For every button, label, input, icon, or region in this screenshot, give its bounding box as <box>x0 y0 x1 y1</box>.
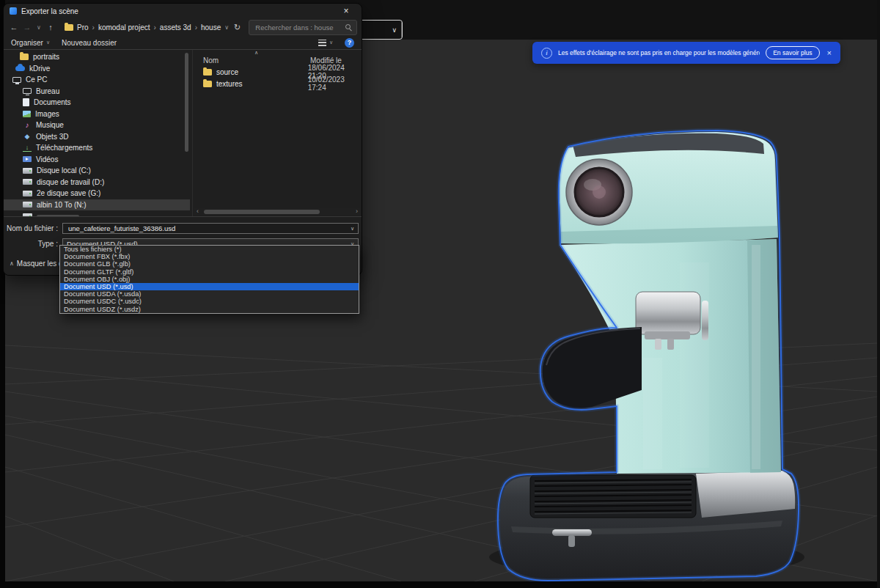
sidebar-item[interactable]: portraits <box>4 51 190 63</box>
filetype-option[interactable]: Document USDA (*.usda) <box>60 290 359 298</box>
sidebar-item[interactable]: Documents <box>4 97 190 109</box>
download-icon: ↓ <box>23 144 32 152</box>
dialog-toolbar: Organiser ∨ Nouveau dossier ∨ ? <box>4 36 362 49</box>
chevron-down-icon: ∨ <box>329 40 333 45</box>
dialog-close-button[interactable]: × <box>337 6 356 16</box>
filetype-option[interactable]: Document USDZ (*.usdz) <box>60 306 359 313</box>
sidebar-item[interactable]: ◆Objets 3D <box>4 131 190 143</box>
sidebar-item-label: kDrive <box>29 65 50 73</box>
new-folder-button[interactable]: Nouveau dossier <box>62 39 117 47</box>
drive-icon <box>23 202 32 207</box>
folder-icon <box>203 69 212 76</box>
filetype-option[interactable]: Document OBJ (*.obj) <box>60 276 359 283</box>
forward-button[interactable]: → <box>21 23 33 32</box>
sidebar-scrollbar-thumb[interactable] <box>185 53 188 152</box>
sidebar-item[interactable]: Images <box>4 109 190 120</box>
filetype-option[interactable]: Document FBX (*.fbx) <box>60 253 359 260</box>
breadcrumb-separator: › <box>154 23 156 32</box>
sidebar-item-label: disque de travail (D:) <box>37 178 104 186</box>
filetype-option[interactable]: Document GLTF (*.gltf) <box>60 268 359 276</box>
sidebar-item-label: Disque local (C:) <box>37 166 91 174</box>
sidebar-item-label: Ce PC <box>26 76 47 84</box>
sidebar-item[interactable]: 2e disque save (G:) <box>4 188 190 199</box>
back-button[interactable]: ← <box>8 23 20 32</box>
drive-icon <box>23 191 32 196</box>
sidebar-item-partial[interactable] <box>4 210 190 216</box>
search-icon <box>345 24 352 31</box>
image-icon <box>23 111 31 117</box>
filetype-option[interactable]: Document GLB (*.glb) <box>60 260 359 268</box>
sidebar-item-label: Musique <box>36 121 64 129</box>
banner-close-icon[interactable]: × <box>827 48 832 57</box>
app-icon <box>10 7 17 15</box>
3d-objects-icon: ◆ <box>23 133 32 141</box>
view-options-button[interactable]: ∨ <box>318 40 333 46</box>
sidebar-item[interactable]: ♪Musique <box>4 120 190 131</box>
banner-text: Les effets d'éclairage ne sont pas pris … <box>558 49 760 56</box>
sidebar-item-label: albin 10 To (N:) <box>37 201 87 209</box>
bottom-edge-strip <box>0 581 880 588</box>
breadcrumb-item[interactable]: Pro <box>77 23 89 32</box>
address-chevron-icon[interactable]: ∨ <box>224 24 229 31</box>
topbar-separator <box>401 22 402 37</box>
sidebar-item[interactable]: kDrive <box>4 63 190 75</box>
filetype-option-selected[interactable]: Document USD (*.usd) <box>60 283 359 290</box>
sort-ascending-icon: ∧ <box>254 50 258 56</box>
filename-field[interactable]: ∨ <box>62 223 359 234</box>
sidebar-item[interactable]: disque de travail (D:) <box>4 177 190 188</box>
coffee-machine-model[interactable] <box>460 116 804 581</box>
file-modified: 10/02/2023 17:24 <box>308 76 362 92</box>
sidebar-item[interactable]: ↓Téléchargements <box>4 142 190 154</box>
sidebar-item-label: Documents <box>34 98 71 106</box>
sidebar-item-label: portraits <box>33 53 59 61</box>
sidebar-item-label: Bureau <box>36 87 59 95</box>
dialog-title: Exporter la scène <box>21 7 78 15</box>
breadcrumb-item[interactable]: house <box>201 23 221 32</box>
folder-icon <box>20 54 29 60</box>
horizontal-scrollbar[interactable]: ‹ › <box>194 208 360 215</box>
sidebar-item[interactable]: Bureau <box>4 86 190 98</box>
history-chevron-icon[interactable]: ∨ <box>34 24 43 31</box>
filetype-option[interactable]: Tous les fichiers (*) <box>60 246 359 253</box>
column-header-name[interactable]: Nom <box>203 56 310 65</box>
file-name: source <box>216 68 304 76</box>
breadcrumb-item[interactable]: assets 3d <box>160 23 191 32</box>
drive-icon <box>23 168 32 174</box>
list-view-icon <box>318 40 326 46</box>
help-button[interactable]: ? <box>345 38 354 48</box>
filename-input[interactable] <box>67 224 348 233</box>
file-name: textures <box>216 80 304 88</box>
sidebar-item[interactable]: Ce PC <box>4 74 190 86</box>
info-icon: i <box>541 48 552 59</box>
breadcrumb: Pro › komodal project › assets 3d › hous… <box>61 21 244 34</box>
breadcrumb-item[interactable]: komodal project <box>98 23 150 32</box>
folder-icon <box>65 24 73 31</box>
breadcrumb-separator: › <box>92 23 95 32</box>
scroll-right-icon[interactable]: › <box>353 208 360 215</box>
refresh-icon[interactable]: ↻ <box>234 23 241 32</box>
sidebar-item[interactable]: Disque local (C:) <box>4 165 190 177</box>
up-button[interactable]: ↑ <box>45 23 56 32</box>
sidebar-item-label: Vidéos <box>36 155 58 163</box>
scrollbar-thumb[interactable] <box>204 210 320 214</box>
file-list-header: ∧ Nom Modifié le <box>193 50 362 65</box>
sidebar-item[interactable]: Vidéos <box>4 154 190 166</box>
organize-button[interactable]: Organiser ∨ <box>11 39 50 47</box>
sidebar-item-label: Images <box>35 110 59 118</box>
sidebar-item-selected[interactable]: albin 10 To (N:) <box>4 199 190 211</box>
dialog-titlebar: Exporter la scène × <box>4 4 362 18</box>
chevron-down-icon: ∨ <box>351 226 354 232</box>
filetype-label: Type : <box>4 240 62 248</box>
table-row[interactable]: textures 10/02/2023 17:24 <box>193 78 362 89</box>
search-input[interactable] <box>254 23 342 32</box>
folder-icon <box>203 81 212 87</box>
scroll-left-icon[interactable]: ‹ <box>194 208 201 215</box>
file-list: ∧ Nom Modifié le source 18/06/2024 21:20… <box>193 50 362 216</box>
search-box[interactable] <box>249 20 357 35</box>
column-header-modified[interactable]: Modifié le <box>310 56 362 65</box>
learn-more-button[interactable]: En savoir plus <box>766 46 819 59</box>
filetype-option[interactable]: Document USDC (*.usdc) <box>60 298 359 305</box>
music-icon: ♪ <box>23 121 32 129</box>
desktop-icon <box>23 88 32 94</box>
filename-label: Nom du fichier : <box>4 224 62 232</box>
